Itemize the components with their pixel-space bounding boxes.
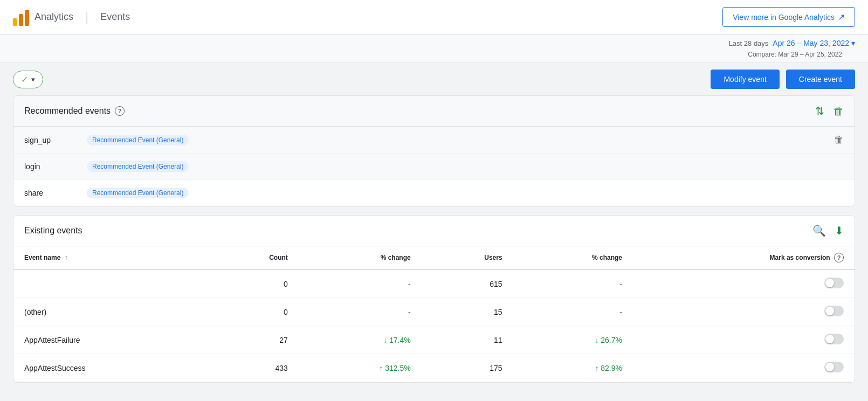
table-header-row: Event name ↑ Count % change Users % chan… [13, 246, 855, 269]
col-event-name[interactable]: Event name ↑ [13, 246, 205, 269]
app-title: Analytics [35, 11, 73, 23]
compare-label: Compare: Mar 29 – Apr 25, 2022 [748, 51, 842, 58]
count-cell: 0 [205, 298, 299, 326]
compare-row: Compare: Mar 29 – Apr 25, 2022 [13, 47, 855, 58]
conversion-toggle[interactable] [824, 278, 844, 288]
search-icon: 🔍 [812, 224, 826, 237]
conversion-toggle[interactable] [824, 362, 844, 372]
change-neutral: - [408, 280, 411, 288]
table-row: AppAttestSuccess 433 ↑ 312.5% 175 ↑ 82.9… [13, 354, 855, 382]
event-tag-share[interactable]: Recommended Event (General) [87, 188, 189, 198]
last-days-label: Last 28 days [729, 39, 769, 47]
filter-area: ✓ ▾ [13, 71, 43, 88]
users-cell: 15 [422, 298, 513, 326]
arrow-up-icon: ↑ [595, 364, 601, 372]
col-event-name-label: Event name [24, 254, 60, 261]
main-content: Recommended events ? ⇅ 🗑 sign_up Recomme… [0, 95, 868, 383]
arrow-up-icon: ↑ [379, 364, 385, 372]
delete-signup-icon[interactable]: 🗑 [834, 134, 844, 146]
sort-expand-icon: ⇅ [815, 105, 824, 117]
header-separator: | [85, 10, 88, 25]
existing-section-header: Existing events 🔍 ⬇ [13, 216, 855, 246]
table-row: (other) 0 - 15 - [13, 298, 855, 326]
event-name-signup: sign_up [24, 136, 78, 144]
conversion-toggle-cell [633, 298, 855, 326]
search-events-button[interactable]: 🔍 [812, 224, 826, 237]
change-value: 17.4% [389, 336, 411, 344]
create-event-button[interactable]: Create event [786, 70, 855, 89]
existing-events-section: Existing events 🔍 ⬇ Event name ↑ Count [13, 215, 855, 383]
recommended-section-header: Recommended events ? ⇅ 🗑 [13, 96, 855, 127]
view-more-button[interactable]: View more in Google Analytics ↗ [722, 7, 855, 27]
logo-bar-2 [19, 14, 23, 26]
events-table: Event name ↑ Count % change Users % chan… [13, 246, 855, 382]
date-range-button[interactable]: Apr 26 – May 23, 2022 ▾ [773, 39, 855, 47]
app-header: Analytics | Events View more in Google A… [0, 0, 868, 34]
arrow-down-icon: ↓ [595, 336, 601, 344]
header-actions: View more in Google Analytics ↗ [722, 7, 855, 27]
logo-bar-3 [25, 10, 29, 26]
count-cell: 27 [205, 326, 299, 354]
filter-check-icon: ✓ [21, 74, 28, 85]
conversion-toggle-cell [633, 269, 855, 298]
event-name-login: login [24, 162, 78, 171]
table-row: AppAttestFailure 27 ↓ 17.4% 11 ↓ 26.7% [13, 326, 855, 354]
col-count: Count [205, 246, 299, 269]
col-count-change: % change [299, 246, 422, 269]
users-cell: 175 [422, 354, 513, 382]
mark-conversion-label: Mark as conversion [770, 254, 830, 261]
chevron-down-icon: ▾ [31, 75, 35, 84]
delete-section-button[interactable]: 🗑 [833, 105, 844, 117]
count-change-cell: ↑ 312.5% [299, 354, 422, 382]
event-name-share: share [24, 189, 78, 197]
action-buttons: Modify event Create event [711, 70, 855, 89]
event-row-signup: sign_up Recommended Event (General) 🗑 [13, 127, 855, 154]
change-value: 312.5% [385, 364, 410, 372]
change-neutral: - [619, 280, 622, 288]
users-change-cell: ↑ 82.9% [513, 354, 633, 382]
event-tag-login[interactable]: Recommended Event (General) [87, 161, 189, 172]
users-change-cell: - [513, 269, 633, 298]
users-change-cell: - [513, 298, 633, 326]
recommended-help-icon[interactable]: ? [115, 106, 125, 116]
conversion-toggle[interactable] [824, 334, 844, 344]
users-cell: 11 [422, 326, 513, 354]
date-bar: Last 28 days Apr 26 – May 23, 2022 ▾ Com… [0, 34, 868, 63]
date-range-text: Apr 26 – May 23, 2022 [773, 39, 849, 47]
delete-icon: 🗑 [833, 105, 844, 117]
recommended-title-text: Recommended events [24, 106, 111, 116]
modify-event-button[interactable]: Modify event [711, 70, 779, 89]
existing-section-title: Existing events [24, 226, 82, 236]
change-neutral: - [619, 308, 622, 316]
recommended-section-actions: ⇅ 🗑 [815, 105, 844, 117]
date-range-chevron: ▾ [851, 39, 855, 47]
download-events-button[interactable]: ⬇ [835, 224, 844, 237]
arrow-down-icon: ↓ [383, 336, 389, 344]
external-link-icon: ↗ [838, 12, 845, 22]
count-change-cell: ↓ 17.4% [299, 326, 422, 354]
conversion-toggle[interactable] [824, 306, 844, 316]
event-name-cell [13, 269, 205, 298]
change-value: 82.9% [601, 364, 622, 372]
page-subtitle: Events [100, 11, 130, 23]
events-table-header: Event name ↑ Count % change Users % chan… [13, 246, 855, 269]
recommended-events-section: Recommended events ? ⇅ 🗑 sign_up Recomme… [13, 95, 855, 206]
filter-button[interactable]: ✓ ▾ [13, 71, 43, 88]
analytics-logo [13, 9, 29, 26]
count-change-cell: - [299, 298, 422, 326]
conversion-help-icon[interactable]: ? [834, 253, 844, 262]
view-more-label: View more in Google Analytics [733, 13, 835, 22]
users-change-cell: ↓ 26.7% [513, 326, 633, 354]
event-row-share: share Recommended Event (General) [13, 180, 855, 206]
count-change-cell: - [299, 269, 422, 298]
logo-area: Analytics | Events [13, 9, 130, 26]
sort-icon: ↑ [65, 254, 68, 261]
existing-section-actions: 🔍 ⬇ [812, 224, 844, 237]
event-tag-signup[interactable]: Recommended Event (General) [87, 135, 189, 146]
col-users-change: % change [513, 246, 633, 269]
event-name-cell: (other) [13, 298, 205, 326]
col-mark-conversion: Mark as conversion ? [633, 246, 855, 269]
sort-expand-button[interactable]: ⇅ [815, 105, 824, 117]
toolbar-row: ✓ ▾ Modify event Create event [0, 63, 868, 95]
logo-bar-1 [13, 18, 17, 26]
